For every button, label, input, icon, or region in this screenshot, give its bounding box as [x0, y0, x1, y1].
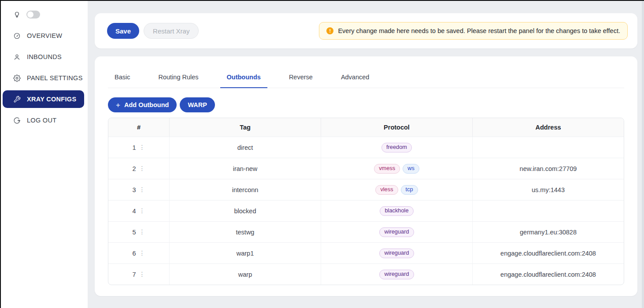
- row-index: 6: [132, 250, 136, 257]
- table-actions: + Add Outbound WARP: [108, 97, 624, 112]
- lightbulb-icon: [13, 11, 21, 19]
- warning-icon: !: [326, 27, 333, 34]
- toggle-knob: [27, 11, 33, 18]
- row-index: 1: [132, 144, 136, 151]
- outbound-tag: warp1: [170, 243, 321, 263]
- outbound-tag: testwg: [170, 222, 321, 242]
- logout-icon: [13, 117, 21, 124]
- column-header-protocol: Protocol: [321, 118, 473, 137]
- row-index: 7: [132, 271, 136, 278]
- sidebar-item-label: PANEL SETTINGS: [27, 74, 83, 82]
- sidebar: OVERVIEW INBOUNDS PANEL SETTINGS XRAY CO…: [0, 0, 88, 308]
- row-menu-icon[interactable]: ⋮: [139, 165, 145, 171]
- table-row: 1⋮ direct freedom: [108, 137, 624, 158]
- row-index: 2: [132, 165, 136, 172]
- outbound-tag: blocked: [170, 200, 321, 221]
- table-row: 4⋮ blocked blackhole: [108, 200, 624, 221]
- outbound-address: engage.cloudflareclient.com:2408: [473, 243, 624, 263]
- outbounds-table: # Tag Protocol Address 1⋮ direct freedom…: [108, 118, 624, 285]
- window-left-edge: [0, 0, 1, 308]
- row-menu-icon[interactable]: ⋮: [139, 208, 145, 214]
- outbound-tag: warp: [170, 264, 321, 285]
- gear-icon: [13, 74, 21, 82]
- tab-bar: Basic Routing Rules Outbounds Reverse Ad…: [108, 66, 624, 88]
- alert-text: Every change made here needs to be saved…: [338, 27, 620, 34]
- table-row: 5⋮ testwg wireguard germany1.eu:30828: [108, 221, 624, 242]
- sidebar-item-label: LOG OUT: [27, 117, 56, 124]
- row-menu-icon[interactable]: ⋮: [139, 186, 145, 193]
- outbound-address: [473, 200, 624, 221]
- sidebar-item-log-out[interactable]: LOG OUT: [3, 111, 84, 129]
- toolbar-card: Save Restart Xray ! Every change made he…: [95, 13, 637, 48]
- tab-routing-rules[interactable]: Routing Rules: [152, 66, 205, 88]
- add-outbound-label: Add Outbound: [124, 101, 169, 108]
- sidebar-item-inbounds[interactable]: INBOUNDS: [3, 48, 84, 66]
- table-row: 6⋮ warp1 wireguard engage.cloudflareclie…: [108, 242, 624, 263]
- user-icon: [13, 53, 21, 61]
- row-index: 3: [132, 186, 136, 193]
- sidebar-item-label: OVERVIEW: [27, 32, 62, 39]
- transport-badge: tcp: [401, 185, 418, 195]
- protocol-badge: wireguard: [379, 227, 414, 237]
- column-header-address: Address: [473, 118, 624, 137]
- protocol-badge: blackhole: [380, 206, 413, 216]
- outbound-tag: interconn: [170, 179, 321, 200]
- plus-icon: +: [116, 101, 120, 109]
- sidebar-item-xray-configs[interactable]: XRAY CONFIGS: [3, 90, 84, 108]
- theme-toggle-row: [13, 11, 40, 19]
- wrench-icon: [13, 96, 21, 103]
- add-outbound-button[interactable]: + Add Outbound: [108, 97, 177, 112]
- row-menu-icon[interactable]: ⋮: [139, 271, 145, 277]
- tab-outbounds[interactable]: Outbounds: [220, 66, 267, 88]
- row-menu-icon[interactable]: ⋮: [139, 229, 145, 235]
- warp-button[interactable]: WARP: [180, 97, 215, 112]
- save-button[interactable]: Save: [107, 23, 139, 39]
- xray-configs-card: Basic Routing Rules Outbounds Reverse Ad…: [95, 56, 637, 296]
- column-header-index: #: [108, 118, 170, 137]
- protocol-badge: wireguard: [379, 270, 414, 279]
- window-top-edge: [0, 0, 644, 1]
- sidebar-item-panel-settings[interactable]: PANEL SETTINGS: [3, 69, 84, 87]
- outbound-address: germany1.eu:30828: [473, 222, 624, 242]
- protocol-badge: freedom: [381, 143, 412, 152]
- column-header-tag: Tag: [170, 118, 321, 137]
- sidebar-nav: OVERVIEW INBOUNDS PANEL SETTINGS XRAY CO…: [3, 27, 84, 129]
- protocol-badge: vless: [375, 185, 398, 195]
- table-row: 3⋮ interconn vlesstcp us.my:1443: [108, 179, 624, 200]
- dashboard-icon: [13, 32, 21, 40]
- tab-reverse[interactable]: Reverse: [282, 66, 319, 88]
- scrollbar[interactable]: [642, 1, 644, 308]
- restart-xray-button[interactable]: Restart Xray: [144, 23, 199, 39]
- row-menu-icon[interactable]: ⋮: [139, 250, 145, 256]
- main-content: Save Restart Xray ! Every change made he…: [88, 0, 644, 308]
- table-row: 7⋮ warp wireguard engage.cloudflareclien…: [108, 263, 624, 285]
- outbound-address: [473, 137, 624, 158]
- outbound-address: us.my:1443: [473, 179, 624, 200]
- row-index: 4: [132, 208, 136, 215]
- protocol-badge: vmess: [374, 164, 400, 174]
- row-menu-icon[interactable]: ⋮: [139, 144, 145, 150]
- table-header-row: # Tag Protocol Address: [108, 118, 624, 137]
- table-row: 2⋮ iran-new vmessws new.iran.com:27709: [108, 158, 624, 179]
- transport-badge: ws: [403, 164, 419, 174]
- tab-advanced[interactable]: Advanced: [334, 66, 376, 88]
- sidebar-item-overview[interactable]: OVERVIEW: [3, 27, 84, 45]
- tab-basic[interactable]: Basic: [108, 66, 137, 88]
- outbound-tag: iran-new: [170, 158, 321, 179]
- row-index: 5: [132, 229, 136, 236]
- protocol-badge: wireguard: [379, 249, 414, 258]
- outbound-tag: direct: [170, 137, 321, 158]
- theme-toggle[interactable]: [26, 11, 40, 19]
- outbound-address: new.iran.com:27709: [473, 158, 624, 179]
- outbound-address: engage.cloudflareclient.com:2408: [473, 264, 624, 285]
- sidebar-item-label: INBOUNDS: [27, 53, 62, 60]
- sidebar-item-label: XRAY CONFIGS: [27, 96, 76, 103]
- save-warning-alert: ! Every change made here needs to be sav…: [319, 22, 628, 40]
